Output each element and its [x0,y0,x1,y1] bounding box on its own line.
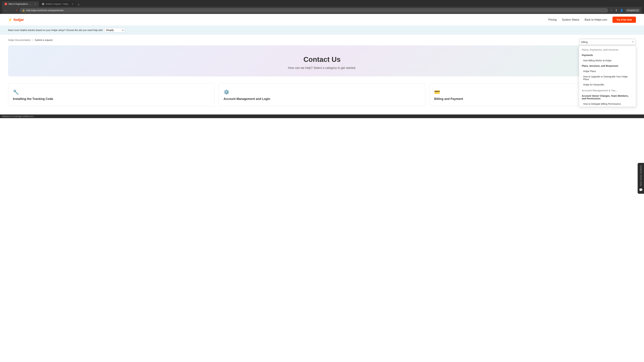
dropdown-item-account-owner[interactable]: Account Owner Changes, Team Members, and… [579,93,636,101]
tab-add-button[interactable]: + [78,3,80,7]
page: ⚡ hotjar Pricing System Status Back to H… [0,14,644,114]
incognito-badge: Incognito (2) [626,9,640,12]
tab-favicon-2 [42,3,44,5]
search-clear-button[interactable]: × [632,40,634,43]
browser-tabs: Z Sites & Organizations - Hotjar × Submi… [2,1,642,7]
logo[interactable]: ⚡ hotjar [8,17,24,22]
site-select[interactable]: Shopify WordPress Squarespace Custom [104,28,125,32]
card-tracking[interactable]: 🔧 Installing the Tracking Code [8,83,215,106]
tab-label-2: Submit a request – Hotjar Docu... [46,3,70,5]
hero-subtitle: How can we help? Select a category to ge… [16,66,628,70]
dropdown-item-delegate-billing[interactable]: How to Delegate Billing Permissions [579,101,636,107]
breadcrumb-home[interactable]: Hotjar Documentation [8,39,31,41]
browser-toolbar: ← → ✕ 🔒 help.hotjar.com/hc/en-us/request… [2,7,642,14]
banner-select-wrap: Shopify WordPress Squarespace Custom [104,28,125,32]
nav-back-to-hotjar[interactable]: Back to Hotjar.com [585,18,607,21]
forward-button[interactable]: → [10,8,14,12]
logo-text: hotjar [14,17,24,22]
card-billing-title: Billing and Payment [434,97,463,101]
browser-chrome: Z Sites & Organizations - Hotjar × Submi… [0,0,644,14]
cards-grid: 🔧 Installing the Tracking Code ⚙️ Accoun… [8,83,636,106]
logo-icon: ⚡ [8,18,12,22]
hero-title: Contact Us [16,55,628,63]
toolbar-icons: ☆ ⬇ 👤 Incognito (2) [610,8,640,12]
account-icon: ⚙️ [224,89,230,95]
dropdown-item-hotjar-plans[interactable]: Hotjar Plans [579,68,636,74]
nav-system-status[interactable]: System Status [562,18,579,21]
dropdown-section-1-header: Plans, Payments, and Invoices [579,46,636,52]
card-account[interactable]: ⚙️ Account Management and Login [219,83,425,106]
dropdown-item-payments[interactable]: Payments [579,52,636,58]
address-icon: 🔒 [22,9,25,11]
search-dropdown: Plans, Payments, and Invoices Payments H… [579,46,636,107]
breadcrumb-current: Submit a request [35,39,53,41]
site-header: ⚡ hotjar Pricing System Status Back to H… [0,14,644,26]
search-box: × [579,39,636,45]
breadcrumb-separator: > [32,39,33,41]
nav-pricing[interactable]: Pricing [548,18,556,21]
profile-button[interactable]: 👤 [619,8,624,12]
tab-favicon-1: Z [5,3,7,5]
card-tracking-title: Installing the Tracking Code [13,97,53,101]
download-button[interactable]: ⬇ [614,8,618,12]
billing-icon: 💳 [434,89,440,95]
bookmark-button[interactable]: ☆ [610,8,613,12]
nav-links: Pricing System Status Back to Hotjar.com… [548,16,636,23]
site-banner: Want more helpful articles based on your… [0,26,644,35]
breadcrumb: Hotjar Documentation > Submit a request [8,39,636,41]
dropdown-item-plans-sessions[interactable]: Plans, Sessions, and Responses [579,63,636,68]
reload-button[interactable]: ✕ [15,8,18,12]
dropdown-item-nonprofits[interactable]: Hotjar for Nonprofits [579,82,636,87]
tracking-icon: 🔧 [13,89,19,95]
search-container: × Plans, Payments, and Invoices Payments… [579,39,636,45]
try-button[interactable]: Try it for free [612,16,636,23]
browser-tab-1[interactable]: Z Sites & Organizations - Hotjar × [2,1,39,7]
content-area: Hotjar Documentation > Submit a request … [0,35,644,110]
status-text: Waiting for hcmanager.swifteq.com... [2,115,35,117]
dropdown-item-upgrade-downgrade[interactable]: How to Upgrade or Downgrade Your Hotjar … [579,74,636,82]
tab-close-2[interactable]: × [72,3,74,5]
card-account-title: Account Management and Login [224,97,270,101]
dropdown-section-2-header: Account Management & Tea... [579,87,636,93]
back-button[interactable]: ← [4,8,8,12]
address-bar[interactable]: 🔒 help.hotjar.com/hc/en-us/requests/new [20,8,608,12]
tab-close-1[interactable]: × [35,3,36,5]
search-input[interactable] [581,40,631,43]
status-bar: Waiting for hcmanager.swifteq.com... [0,114,644,118]
tab-label-1: Sites & Organizations - Hotjar [8,3,33,5]
dropdown-item-how-billing-works[interactable]: How Billing Works at Hotjar [579,58,636,63]
hero-section: Contact Us How can we help? Select a cat… [8,45,636,76]
browser-tab-2[interactable]: Submit a request – Hotjar Docu... × [39,1,76,7]
banner-text: Want more helpful articles based on your… [8,29,103,31]
address-text: help.hotjar.com/hc/en-us/requests/new [26,9,64,11]
